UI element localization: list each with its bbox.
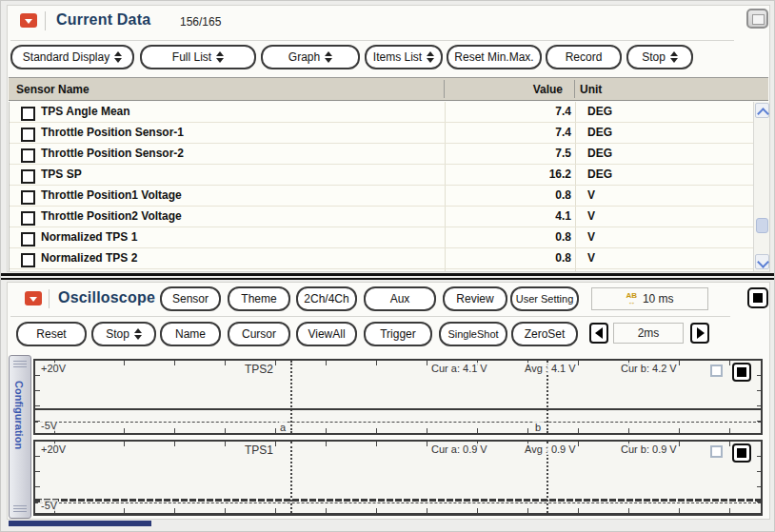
scale-max-label: +20V (40, 363, 67, 374)
axis-ticks (35, 508, 761, 513)
row-checkbox[interactable] (21, 253, 35, 267)
ab-cursor-icon: AB↔ (626, 292, 637, 305)
row-checkbox[interactable] (21, 190, 35, 205)
row-checkbox[interactable] (21, 169, 35, 184)
arrow-left-icon (595, 327, 603, 339)
scope-window-button[interactable] (747, 287, 768, 308)
aux-button[interactable]: Aux (364, 286, 436, 311)
scope-stop-button[interactable]: Stop (91, 322, 156, 346)
reset-button[interactable]: Reset (16, 322, 87, 346)
trigger-button[interactable]: Trigger (364, 322, 432, 346)
maximize-button[interactable] (746, 9, 768, 29)
table-row[interactable]: Throttle Position Sensor-2 7.5 DEG (10, 144, 767, 165)
col-sensor-name[interactable]: Sensor Name (16, 83, 89, 96)
table-row[interactable]: TPS Angle Mean 7.4 DEG (10, 102, 767, 123)
stop-button[interactable]: Stop (626, 45, 693, 69)
configuration-tab-label: Configuration (13, 381, 25, 449)
review-button[interactable]: Review (443, 286, 507, 311)
cursor-b-label: b (534, 422, 542, 433)
record-button[interactable]: Record (546, 45, 622, 69)
channel-checkbox[interactable] (710, 365, 723, 377)
graph-button[interactable]: Graph (261, 45, 360, 69)
table-row[interactable]: Normalized TPS 2 0.8 V (10, 248, 767, 269)
filled-square-icon (753, 293, 763, 303)
scroll-up-button[interactable] (755, 103, 769, 118)
updown-icon (133, 328, 142, 340)
chevron-down-icon (757, 256, 769, 268)
panel-separator (1, 278, 775, 280)
row-checkbox[interactable] (21, 211, 35, 226)
col-value[interactable]: Value (439, 83, 563, 96)
header-rule (10, 316, 730, 317)
cursor-a-label: a (279, 422, 287, 433)
channel-name: TPS1 (244, 443, 274, 457)
configuration-tab[interactable]: Configuration (9, 355, 31, 519)
section-collapse-icon[interactable] (25, 291, 42, 305)
item-counter: 156/165 (180, 15, 221, 29)
scope-channel-tps1[interactable]: +20V -5V TPS1 Cur a: 0.9 V Avg : 0.9 V C… (33, 440, 763, 516)
sensor-table: TPS Angle Mean 7.4 DEG Throttle Position… (9, 102, 768, 271)
timebase-decrease-button[interactable] (589, 323, 608, 344)
section-collapse-icon[interactable] (20, 13, 37, 28)
timebase-display: AB↔ 10 ms (591, 287, 708, 310)
scale-min-label: -5V (40, 500, 58, 511)
full-list-button[interactable]: Full List (140, 45, 256, 69)
timebase-value: 10 ms (643, 292, 674, 305)
reset-minmax-button[interactable]: Reset Min.Max. (447, 45, 542, 69)
row-checkbox[interactable] (21, 232, 35, 246)
signal-trace (35, 408, 761, 410)
diagnostic-app-window: Current Data 156/165 Standard Display Fu… (0, 0, 775, 532)
cursor-b-readout: Cur b: 0.9 V (620, 443, 678, 455)
user-setting-button[interactable]: User Setting (510, 286, 579, 311)
ch2-ch4-button[interactable]: 2Ch/4Ch (296, 286, 357, 311)
row-checkbox[interactable] (21, 107, 35, 121)
viewall-button[interactable]: ViewAll (296, 322, 357, 346)
table-row[interactable]: Throttle Position1 Voltage 0.8 V (10, 186, 767, 207)
updown-icon (669, 51, 678, 63)
standard-display-button[interactable]: Standard Display (10, 45, 134, 69)
filled-square-icon (737, 448, 746, 458)
grip-icon (13, 505, 27, 513)
items-list-button[interactable]: Items List (365, 45, 443, 69)
signal-trace (35, 499, 761, 502)
header-divider (45, 11, 46, 30)
row-checkbox[interactable] (21, 148, 35, 163)
channel-window-button[interactable] (732, 443, 751, 463)
theme-button[interactable]: Theme (228, 286, 290, 311)
cursor-a-readout: Cur a: 0.9 V (430, 443, 488, 455)
scroll-down-button[interactable] (755, 254, 769, 269)
time-per-div-display: 2ms (613, 323, 684, 344)
updown-icon (426, 51, 434, 63)
table-header: Sensor Name Value Unit (9, 77, 768, 101)
axis-ticks (35, 428, 761, 433)
header-divider (49, 289, 50, 308)
table-row[interactable]: Throttle Position2 Voltage 4.1 V (10, 207, 767, 227)
table-row[interactable]: Normalized TPS 1 0.8 V (10, 227, 767, 248)
zero-volt-line (35, 422, 761, 423)
timebase-increase-button[interactable] (690, 323, 709, 344)
avg-readout: Avg : 0.9 V (524, 443, 577, 455)
row-checkbox[interactable] (21, 128, 35, 142)
oscilloscope-title: Oscilloscope (58, 289, 155, 306)
panel-separator (1, 273, 775, 276)
column-divider (444, 80, 445, 98)
scope-channel-tps2[interactable]: +20V -5V TPS2 Cur a: 4.1 V Avg : 4.1 V C… (33, 359, 763, 435)
col-unit[interactable]: Unit (580, 83, 602, 96)
table-scrollbar[interactable] (753, 102, 769, 271)
channel-window-button[interactable] (732, 363, 751, 382)
channel-checkbox[interactable] (710, 445, 723, 458)
name-button[interactable]: Name (160, 322, 221, 346)
bottom-tab-fragment (9, 521, 151, 526)
zero-volt-line (35, 502, 761, 503)
grip-icon (13, 361, 27, 368)
zeroset-button[interactable]: ZeroSet (511, 322, 578, 346)
singleshot-button[interactable]: SingleShot (439, 322, 507, 346)
sensor-button[interactable]: Sensor (160, 286, 221, 311)
scrollbar-thumb[interactable] (756, 218, 768, 233)
cursor-button[interactable]: Cursor (228, 322, 290, 346)
table-row[interactable]: Throttle Position Sensor-1 7.4 DEG (10, 123, 767, 144)
table-row[interactable]: TPS SP 16.2 DEG (10, 165, 767, 186)
avg-readout: Avg : 4.1 V (524, 363, 577, 374)
scale-min-label: -5V (40, 420, 58, 431)
cursor-b-readout: Cur b: 4.2 V (620, 363, 678, 374)
